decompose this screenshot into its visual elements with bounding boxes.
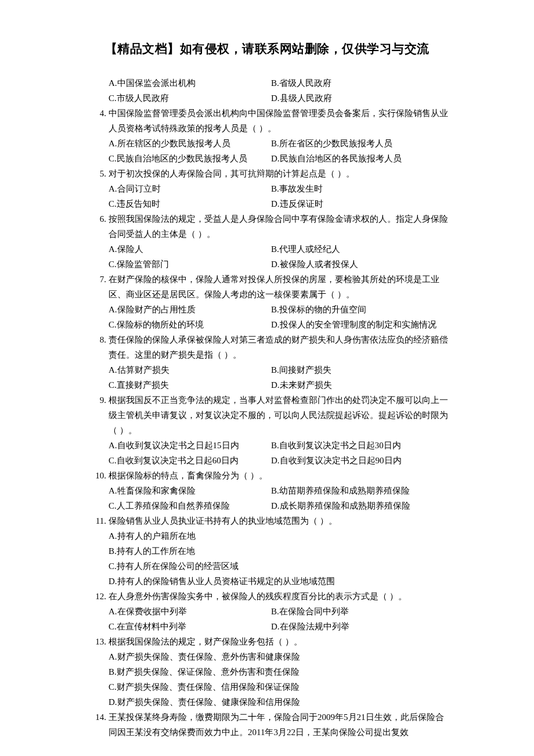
option-b: B.在保险合同中列举 — [271, 604, 450, 619]
question-13: 13. 根据我国保险法的规定，财产保险业务包括（ ）。 — [84, 634, 450, 649]
q4-options-row1: A.所在辖区的少数民族报考人员 B.所在省区的少数民族报考人员 — [109, 136, 450, 151]
question-number: 8. — [84, 332, 109, 362]
option-d: D.被保险人或者投保人 — [271, 257, 450, 272]
q5-options-row2: C.违反告知时 D.违反保证时 — [109, 196, 450, 211]
option-c: C.直接财产损失 — [109, 377, 271, 393]
option-b: B.幼苗期养殖保险和成熟期养殖保险 — [271, 483, 450, 498]
question-number: 5. — [84, 166, 109, 181]
q12-options-row2: C.在宣传材料中列举 D.在保险法规中列举 — [109, 619, 450, 634]
question-number: 12. — [84, 589, 109, 604]
q12-options-row1: A.在保费收据中列举 B.在保险合同中列举 — [109, 604, 450, 619]
question-number: 14. — [84, 710, 109, 740]
option-d: D.违反保证时 — [271, 196, 450, 211]
question-number: 13. — [84, 634, 109, 649]
option-b: B.事故发生时 — [271, 181, 450, 196]
question-number: 10. — [84, 468, 109, 483]
option-a: A.保险人 — [109, 242, 271, 257]
question-8: 8. 责任保险的保险人承保被保险人对第三者造成的财产损失和人身伤害依法应负的经济… — [84, 332, 450, 362]
question-6: 6. 按照我国保险法的规定，受益人是人身保险合同中享有保险金请求权的人。指定人身… — [84, 211, 450, 242]
question-9: 9. 根据我国反不正当竞争法的规定，当事人对监督检查部门作出的处罚决定不服可以向… — [84, 393, 450, 438]
q13-option-b: B.财产损失保险、保证保险、意外伤害和责任保险 — [109, 664, 450, 679]
option-b: B.投保标的物的升值空间 — [271, 302, 450, 317]
q7-options-row2: C.保险标的物所处的环境 D.投保人的安全管理制度的制定和实施情况 — [109, 317, 450, 332]
option-a: A.保险财产的占用性质 — [109, 302, 271, 317]
question-5: 5. 对于初次投保的人寿保险合同，其可抗辩期的计算起点是（ ）。 — [84, 166, 450, 181]
question-4: 4. 中国保险监督管理委员会派出机构向中国保险监督管理委员会备案后，实行保险销售… — [84, 106, 450, 136]
option-a: A.估算财产损失 — [109, 362, 271, 377]
question-7: 7. 在财产保险的核保中，保险人通常对投保人所投保的房屋，要检验其所处的环境是工… — [84, 272, 450, 302]
q8-options-row2: C.直接财产损失 D.未来财产损失 — [109, 377, 450, 393]
option-b: B.间接财产损失 — [271, 362, 450, 377]
option-d: D.未来财产损失 — [271, 377, 450, 393]
q11-option-a: A.持有人的户籍所在地 — [109, 528, 450, 543]
q11-option-d: D.持有人的保险销售从业人员资格证书规定的从业地域范围 — [109, 574, 450, 589]
question-12: 12. 在人身意外伤害保险实务中，被保险人的残疾程度百分比的表示方式是（ ）。 — [84, 589, 450, 604]
question-text: 在人身意外伤害保险实务中，被保险人的残疾程度百分比的表示方式是（ ）。 — [109, 589, 450, 604]
q13-option-d: D.财产损失保险、责任保险、健康保险和信用保险 — [109, 694, 450, 710]
q4-options-row2: C.民族自治地区的少数民族报考人员 D.民族自治地区的各民族报考人员 — [109, 151, 450, 166]
q11-option-b: B.持有人的工作所在地 — [109, 543, 450, 559]
question-number: 7. — [84, 272, 109, 302]
q10-options-row2: C.人工养殖保险和自然养殖保险 D.成长期养殖保险和成熟期养殖保险 — [109, 498, 450, 513]
question-11: 11. 保险销售从业人员执业证书持有人的执业地域范围为（ ）。 — [84, 513, 450, 528]
question-text: 中国保险监督管理委员会派出机构向中国保险监督管理委员会备案后，实行保险销售从业人… — [109, 106, 450, 136]
option-a: A.合同订立时 — [109, 181, 271, 196]
question-text: 根据我国保险法的规定，财产保险业务包括（ ）。 — [109, 634, 450, 649]
q10-options-row1: A.牲畜保险和家禽保险 B.幼苗期养殖保险和成熟期养殖保险 — [109, 483, 450, 498]
option-d: D.投保人的安全管理制度的制定和实施情况 — [271, 317, 450, 332]
question-text: 对于初次投保的人寿保险合同，其可抗辩期的计算起点是（ ）。 — [109, 166, 450, 181]
q3-options-row2: C.市级人民政府 D.县级人民政府 — [109, 91, 450, 106]
option-c: C.在宣传材料中列举 — [109, 619, 271, 634]
option-c: C.保险监管部门 — [109, 257, 271, 272]
option-b: B.省级人民政府 — [271, 75, 450, 91]
question-text: 在财产保险的核保中，保险人通常对投保人所投保的房屋，要检验其所处的环境是工业区、… — [109, 272, 450, 302]
question-number: 11. — [84, 513, 109, 528]
q9-options-row2: C.自收到复议决定书之日起60日内 D.自收到复议决定书之日起90日内 — [109, 453, 450, 468]
q13-option-c: C.财产损失保险、责任保险、信用保险和保证保险 — [109, 679, 450, 694]
option-c: C.违反告知时 — [109, 196, 271, 211]
option-c: C.民族自治地区的少数民族报考人员 — [109, 151, 271, 166]
option-c: C.人工养殖保险和自然养殖保险 — [109, 498, 271, 513]
option-b: B.代理人或经纪人 — [271, 242, 450, 257]
option-a: A.所在辖区的少数民族报考人员 — [109, 136, 271, 151]
option-a: A.自收到复议决定书之日起15日内 — [109, 438, 271, 453]
q7-options-row1: A.保险财产的占用性质 B.投保标的物的升值空间 — [109, 302, 450, 317]
option-d: D.县级人民政府 — [271, 91, 450, 106]
question-text: 根据我国反不正当竞争法的规定，当事人对监督检查部门作出的处罚决定不服可以向上一级… — [109, 393, 450, 438]
q6-options-row2: C.保险监管部门 D.被保险人或者投保人 — [109, 257, 450, 272]
option-d: D.自收到复议决定书之日起90日内 — [271, 453, 450, 468]
option-b: B.自收到复议决定书之日起30日内 — [271, 438, 450, 453]
question-text: 保险销售从业人员执业证书持有人的执业地域范围为（ ）。 — [109, 513, 450, 528]
option-d: D.民族自治地区的各民族报考人员 — [271, 151, 450, 166]
question-number: 9. — [84, 393, 109, 438]
option-c: C.市级人民政府 — [109, 91, 271, 106]
q6-options-row1: A.保险人 B.代理人或经纪人 — [109, 242, 450, 257]
q8-options-row1: A.估算财产损失 B.间接财产损失 — [109, 362, 450, 377]
page-header: 【精品文档】如有侵权，请联系网站删除，仅供学习与交流 — [84, 41, 450, 57]
q9-options-row1: A.自收到复议决定书之日起15日内 B.自收到复议决定书之日起30日内 — [109, 438, 450, 453]
option-b: B.所在省区的少数民族报考人员 — [271, 136, 450, 151]
q5-options-row1: A.合同订立时 B.事故发生时 — [109, 181, 450, 196]
option-c: C.自收到复议决定书之日起60日内 — [109, 453, 271, 468]
question-text: 王某投保某终身寿险，缴费期限为二十年，保险合同于2009年5月21日生效，此后保… — [109, 710, 450, 740]
question-text: 根据保险标的特点，畜禽保险分为（ ）。 — [109, 468, 450, 483]
option-c: C.保险标的物所处的环境 — [109, 317, 271, 332]
document-page: 【精品文档】如有侵权，请联系网站删除，仅供学习与交流 A.中国保监会派出机构 B… — [0, 0, 534, 756]
option-a: A.中国保监会派出机构 — [109, 75, 271, 91]
option-a: A.牲畜保险和家禽保险 — [109, 483, 271, 498]
question-14: 14. 王某投保某终身寿险，缴费期限为二十年，保险合同于2009年5月21日生效… — [84, 710, 450, 740]
question-10: 10. 根据保险标的特点，畜禽保险分为（ ）。 — [84, 468, 450, 483]
q3-options-row1: A.中国保监会派出机构 B.省级人民政府 — [109, 75, 450, 91]
option-a: A.在保费收据中列举 — [109, 604, 271, 619]
option-d: D.在保险法规中列举 — [271, 619, 450, 634]
question-number: 6. — [84, 211, 109, 242]
option-d: D.成长期养殖保险和成熟期养殖保险 — [271, 498, 450, 513]
question-number: 4. — [84, 106, 109, 136]
q11-option-c: C.持有人所在保险公司的经营区域 — [109, 559, 450, 574]
question-text: 按照我国保险法的规定，受益人是人身保险合同中享有保险金请求权的人。指定人身保险合… — [109, 211, 450, 242]
q13-option-a: A.财产损失保险、责任保险、意外伤害和健康保险 — [109, 649, 450, 664]
question-text: 责任保险的保险人承保被保险人对第三者造成的财产损失和人身伤害依法应负的经济赔偿责… — [109, 332, 450, 362]
